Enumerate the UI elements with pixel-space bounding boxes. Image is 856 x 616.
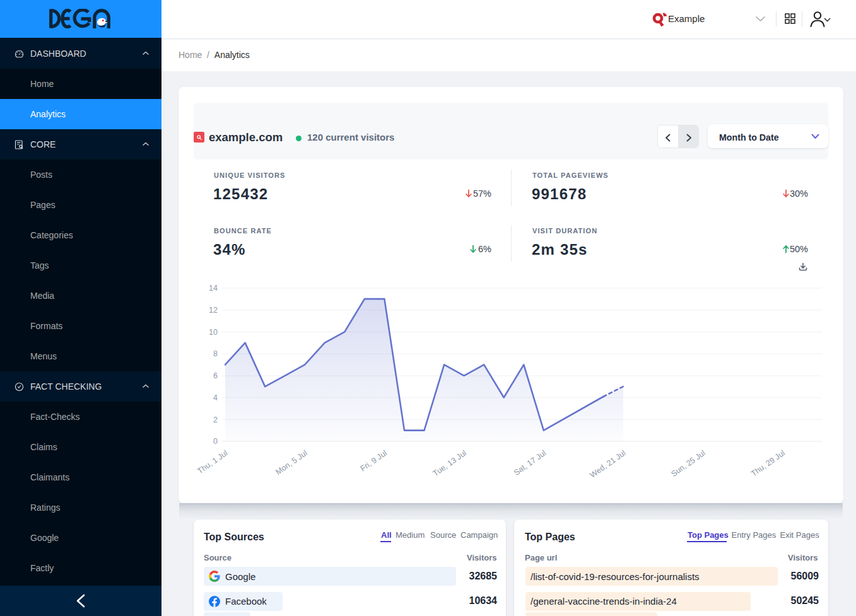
svg-text:Thu, 1 Jul: Thu, 1 Jul xyxy=(196,448,230,475)
svg-text:2: 2 xyxy=(213,416,218,424)
svg-text:12: 12 xyxy=(209,306,218,315)
svg-text:Thu, 29 Jul: Thu, 29 Jul xyxy=(749,448,787,478)
svg-text:Fri, 9 Jul: Fri, 9 Jul xyxy=(359,448,389,473)
svg-text:Sun, 25 Jul: Sun, 25 Jul xyxy=(669,448,706,478)
svg-text:Tue, 13 Jul: Tue, 13 Jul xyxy=(431,448,468,478)
svg-text:10: 10 xyxy=(209,328,218,337)
svg-text:0: 0 xyxy=(213,437,218,446)
svg-text:Wed, 21 Jul: Wed, 21 Jul xyxy=(589,448,628,479)
svg-text:8: 8 xyxy=(213,349,218,358)
svg-text:4: 4 xyxy=(213,393,218,402)
svg-text:14: 14 xyxy=(209,284,218,293)
svg-text:6: 6 xyxy=(213,371,218,380)
svg-text:Mon, 5 Jul: Mon, 5 Jul xyxy=(274,448,308,477)
svg-text:Sat, 17 Jul: Sat, 17 Jul xyxy=(512,448,548,477)
